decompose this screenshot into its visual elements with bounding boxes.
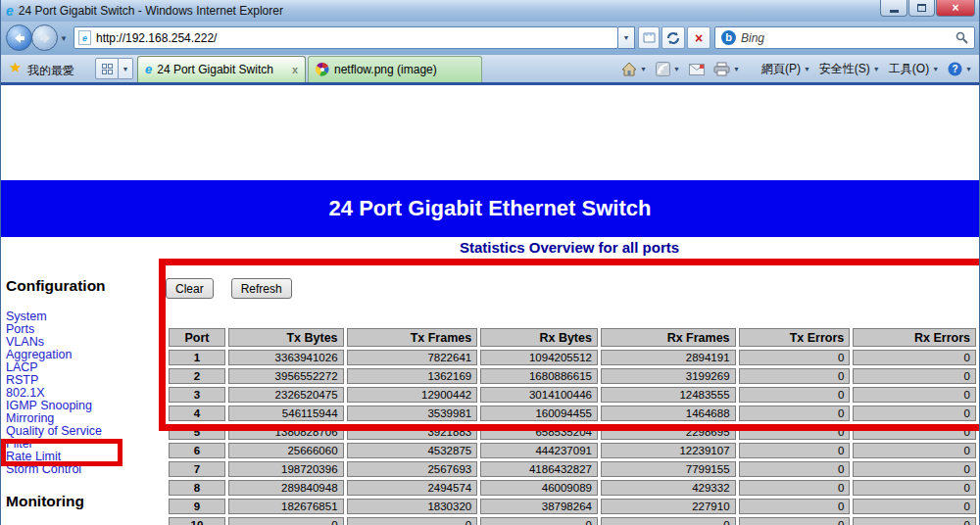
stat-cell: 12483555 bbox=[601, 387, 736, 403]
stat-cell: 0 bbox=[480, 517, 598, 525]
refresh-button[interactable] bbox=[662, 26, 685, 49]
stat-cell: 2494574 bbox=[347, 480, 478, 496]
stat-cell: 0 bbox=[853, 443, 976, 458]
menu-page[interactable]: 網頁(P)▼ bbox=[759, 59, 813, 79]
refresh-stats-button[interactable]: Refresh bbox=[231, 278, 292, 299]
quick-tabs-grid-icon bbox=[102, 64, 113, 74]
stat-cell: 1830320 bbox=[347, 499, 478, 514]
print-dropdown-icon[interactable]: ▼ bbox=[733, 66, 740, 72]
minimize-button[interactable] bbox=[880, 0, 907, 17]
stat-cell: 25666060 bbox=[228, 443, 344, 458]
back-arrow-icon bbox=[13, 32, 26, 44]
configuration-list: SystemPortsVLANsAggregationLACPRSTP802.1… bbox=[6, 310, 155, 476]
feeds-button[interactable]: ▼ bbox=[653, 60, 683, 78]
table-row: 10000000 bbox=[169, 517, 976, 525]
favorites-star-icon[interactable]: ★ bbox=[9, 60, 22, 75]
stat-cell: 0 bbox=[739, 480, 851, 496]
feeds-dropdown-icon[interactable]: ▼ bbox=[673, 66, 680, 72]
url-dropdown-button[interactable]: ▼ bbox=[618, 26, 635, 49]
search-box[interactable]: b Bing bbox=[714, 26, 975, 49]
stat-cell: 444237091 bbox=[480, 443, 598, 458]
stat-cell: 0 bbox=[739, 406, 851, 421]
stat-cell: 3363941026 bbox=[228, 350, 344, 365]
clear-button[interactable]: Clear bbox=[166, 278, 214, 299]
table-toolbar: Clear Refresh bbox=[166, 278, 292, 299]
back-button[interactable] bbox=[6, 24, 32, 51]
compatibility-view-button[interactable] bbox=[638, 26, 660, 49]
stat-cell: 0 bbox=[601, 517, 736, 525]
quick-tabs-dropdown[interactable]: ▼ bbox=[119, 58, 133, 79]
stat-cell: 0 bbox=[228, 517, 344, 525]
stat-cell: 3539981 bbox=[347, 406, 478, 421]
stat-cell: 0 bbox=[853, 406, 976, 421]
banner-title: 24 Port Gigabit Ethernet Switch bbox=[329, 196, 652, 220]
home-dropdown-icon[interactable]: ▼ bbox=[640, 66, 647, 72]
menu-tools[interactable]: 工具(O)▼ bbox=[886, 59, 942, 79]
stat-cell: 7822641 bbox=[347, 350, 478, 365]
close-button[interactable]: × bbox=[936, 0, 975, 17]
page-content: 24 Port Gigabit Ethernet Switch Statisti… bbox=[1, 85, 979, 525]
stat-cell: 7799155 bbox=[601, 461, 736, 477]
maximize-button[interactable] bbox=[908, 0, 935, 17]
stat-cell: 658535204 bbox=[480, 424, 598, 440]
stat-cell: 289840948 bbox=[228, 480, 344, 496]
stat-cell: 2567693 bbox=[347, 461, 478, 477]
help-dropdown-icon: ▼ bbox=[965, 66, 972, 72]
table-row: 323265204751290044230141004461248355500 bbox=[169, 387, 976, 403]
tab-label: netflow.png (image) bbox=[334, 63, 474, 76]
stat-cell: 0 bbox=[739, 387, 851, 403]
maximize-icon bbox=[917, 4, 926, 12]
forward-button[interactable] bbox=[31, 24, 58, 51]
stat-cell: 198720396 bbox=[228, 461, 344, 477]
window-title: 24 Port Gigabit Switch - Windows Interne… bbox=[19, 4, 283, 18]
port-cell: 7 bbox=[169, 461, 225, 477]
stat-cell: 2298695 bbox=[601, 424, 736, 440]
url-field[interactable]: e http://192.168.254.222/ bbox=[74, 26, 618, 49]
stop-button[interactable]: × bbox=[687, 26, 710, 49]
favorites-label[interactable]: 我的最愛 bbox=[27, 63, 74, 79]
history-chevron-icon[interactable]: ▼ bbox=[60, 34, 68, 43]
table-body: 1336394102678226411094205512289419100239… bbox=[169, 350, 976, 525]
statistics-table: PortTx BytesTx FramesRx BytesRx FramesTx… bbox=[166, 325, 979, 525]
stat-cell: 0 bbox=[853, 350, 976, 365]
read-mail-button[interactable] bbox=[686, 62, 708, 77]
menu-safety[interactable]: 安全性(S)▼ bbox=[816, 59, 883, 79]
minimize-icon bbox=[890, 10, 899, 13]
help-button[interactable]: ? ▼ bbox=[945, 60, 975, 78]
stat-cell: 0 bbox=[853, 480, 976, 496]
address-bar: ▼ e http://192.168.254.222/ ▼ × b Bing bbox=[1, 22, 979, 55]
printer-icon bbox=[713, 62, 730, 76]
home-button[interactable]: ▼ bbox=[618, 60, 650, 78]
tab-close-icon[interactable]: x bbox=[292, 64, 298, 75]
stat-cell: 0 bbox=[739, 443, 851, 458]
page-icon: e bbox=[78, 30, 91, 45]
stat-cell: 2326520475 bbox=[228, 387, 344, 403]
url-text: http://192.168.254.222/ bbox=[96, 31, 217, 45]
tab-netflow-image[interactable]: netflow.png (image) bbox=[308, 56, 482, 82]
port-cell: 10 bbox=[169, 517, 225, 525]
table-row: 1336394102678226411094205512289419100 bbox=[169, 350, 976, 365]
table-row: 719872039625676934186432827779915500 bbox=[169, 461, 976, 477]
table-header-row: PortTx BytesTx FramesRx BytesRx FramesTx… bbox=[169, 328, 976, 347]
search-icon[interactable] bbox=[956, 31, 968, 44]
stat-cell: 0 bbox=[853, 499, 976, 514]
quick-tabs-button[interactable] bbox=[95, 58, 119, 79]
stat-cell: 0 bbox=[739, 350, 851, 365]
page-title: Statistics Overview for all ports bbox=[158, 239, 980, 256]
stat-cell: 0 bbox=[347, 517, 478, 525]
ie-logo-icon: e bbox=[6, 4, 14, 18]
tab-switch-page[interactable]: e 24 Port Gigabit Switch x bbox=[137, 56, 306, 82]
stat-cell: 4186432827 bbox=[480, 461, 598, 477]
configuration-heading: Configuration bbox=[6, 277, 155, 295]
stat-cell: 3199269 bbox=[601, 368, 736, 384]
forward-arrow-icon bbox=[38, 32, 52, 44]
stat-cell: 227910 bbox=[601, 499, 736, 514]
print-button[interactable]: ▼ bbox=[710, 60, 743, 78]
compatibility-icon bbox=[643, 31, 656, 44]
statistics-table-wrap: PortTx BytesTx FramesRx BytesRx FramesTx… bbox=[166, 325, 979, 525]
stat-cell: 12239107 bbox=[601, 443, 736, 458]
port-cell: 9 bbox=[169, 499, 225, 514]
browser-window: e 24 Port Gigabit Switch - Windows Inter… bbox=[0, 0, 980, 525]
sidebar-item-storm-control[interactable]: Storm Control bbox=[6, 463, 155, 476]
stat-cell: 38798264 bbox=[480, 499, 598, 514]
